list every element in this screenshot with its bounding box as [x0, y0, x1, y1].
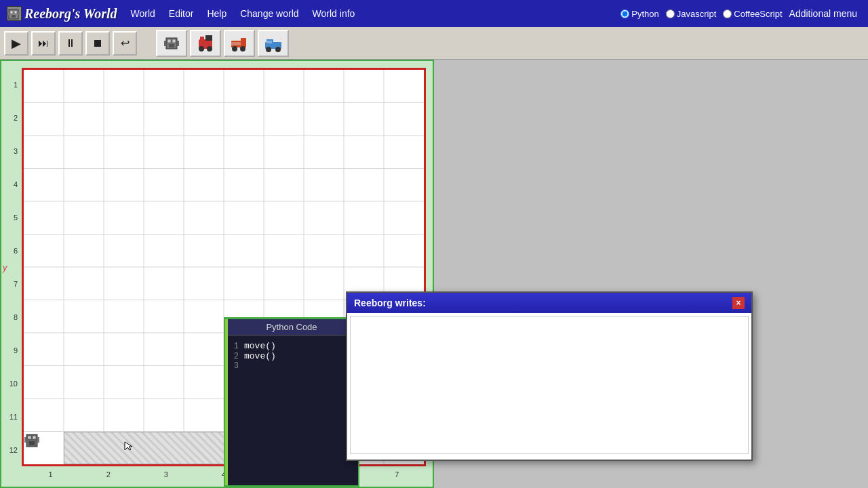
line-code-1: move() — [244, 341, 276, 351]
play-button[interactable]: ▶ — [4, 31, 28, 56]
robot-sprite — [24, 432, 64, 465]
stop-button[interactable]: ⏹ — [85, 31, 110, 56]
svg-rect-51 — [24, 437, 26, 443]
language-group: Python Javascript CoffeeScript — [620, 9, 782, 19]
y-label-10: 10 — [1, 367, 20, 400]
coffeescript-option[interactable]: CoffeeScript — [723, 9, 782, 19]
menubar: Reeborg's World World Editor Help Change… — [0, 0, 868, 27]
x-label-7: 7 — [368, 468, 426, 487]
y-label-3: 3 — [1, 134, 20, 167]
dialog-titlebar: Reeborg writes: × — [347, 293, 751, 313]
robot1-icon — [161, 33, 182, 54]
javascript-option[interactable]: Javascript — [666, 9, 717, 19]
svg-point-19 — [232, 46, 237, 52]
code-line-2: 2 move() — [228, 351, 355, 361]
svg-rect-14 — [205, 35, 212, 41]
line-code-2: move() — [244, 351, 276, 361]
y-label-4: 4 — [1, 167, 20, 201]
svg-rect-11 — [177, 41, 179, 46]
menu-world-info[interactable]: World info — [306, 4, 362, 23]
svg-rect-52 — [37, 437, 39, 443]
svg-rect-48 — [28, 436, 31, 439]
svg-point-20 — [240, 46, 245, 52]
y-label-2: 2 — [1, 101, 20, 134]
dialog-textarea[interactable] — [350, 316, 749, 454]
robot1-button[interactable] — [156, 30, 187, 57]
svg-point-24 — [266, 47, 271, 52]
line-num-1: 1 — [228, 342, 244, 351]
svg-rect-3 — [12, 15, 16, 18]
svg-point-25 — [275, 47, 281, 52]
code-panel: Python Code 1 move() 2 move() 3 — [224, 317, 359, 487]
dialog-content — [347, 313, 751, 457]
stop-icon: ⏹ — [92, 37, 103, 49]
step-icon: ⏭ — [38, 37, 49, 49]
svg-rect-13 — [200, 37, 204, 40]
svg-rect-2 — [14, 11, 17, 14]
menu-help[interactable]: Help — [200, 4, 233, 23]
robot4-icon — [262, 33, 284, 54]
menu-editor[interactable]: Editor — [162, 4, 201, 23]
code-content: 1 move() 2 move() 3 — [225, 336, 358, 376]
python-label: Python — [631, 9, 658, 19]
svg-rect-1 — [10, 11, 13, 14]
line-indicator — [225, 319, 228, 485]
step-button[interactable]: ⏭ — [31, 31, 56, 56]
y-label-5: 5 — [1, 201, 20, 234]
y-label-8: 8 — [1, 300, 20, 333]
x-label-1: 1 — [22, 468, 79, 487]
dialog-title: Reeborg writes: — [354, 298, 426, 308]
robot2-icon — [195, 33, 216, 54]
rewind-button[interactable]: ↩ — [113, 31, 137, 56]
y-label-11: 11 — [1, 400, 20, 433]
robot3-button[interactable] — [224, 30, 255, 57]
code-line-1: 1 move() — [228, 341, 355, 351]
svg-rect-9 — [169, 44, 174, 47]
play-icon: ▶ — [12, 36, 21, 51]
svg-rect-18 — [241, 38, 246, 42]
svg-rect-5 — [18, 12, 20, 16]
rewind-icon: ↩ — [121, 37, 130, 49]
pause-button[interactable]: ⏸ — [58, 31, 83, 56]
javascript-label: Javascript — [677, 9, 717, 19]
app-title: Reeborg's World — [4, 6, 124, 22]
menu-world[interactable]: World — [124, 4, 162, 23]
x-label-2: 2 — [79, 468, 137, 487]
svg-rect-7 — [167, 39, 171, 43]
app-title-text: Reeborg's World — [24, 6, 117, 22]
code-line-3: 3 — [228, 361, 355, 371]
javascript-radio[interactable] — [666, 9, 675, 18]
line-num-2: 2 — [228, 352, 244, 361]
python-radio[interactable] — [620, 9, 629, 18]
python-option[interactable]: Python — [620, 9, 658, 19]
svg-rect-8 — [172, 39, 176, 43]
svg-rect-4 — [7, 12, 9, 16]
svg-rect-49 — [33, 436, 36, 439]
robot4-button[interactable] — [258, 30, 289, 57]
robot3-icon — [229, 33, 250, 54]
app-icon — [7, 6, 22, 21]
coffeescript-radio[interactable] — [723, 9, 732, 18]
menu-change-world[interactable]: Change world — [233, 4, 305, 23]
svg-rect-21 — [231, 42, 241, 45]
pause-icon: ⏸ — [65, 37, 76, 49]
svg-rect-50 — [29, 441, 35, 445]
y-label-9: 9 — [1, 333, 20, 367]
y-axis-label: y — [3, 262, 7, 272]
svg-rect-10 — [164, 41, 166, 46]
svg-point-15 — [199, 46, 204, 52]
y-label-12: 12 — [1, 433, 20, 466]
coffeescript-label: CoffeeScript — [734, 9, 782, 19]
y-axis-labels: y 12 11 10 9 8 7 6 5 4 3 2 1 — [1, 68, 20, 466]
line-num-3: 3 — [228, 361, 244, 371]
svg-point-16 — [207, 46, 212, 52]
toolbar: ▶ ⏭ ⏸ ⏹ ↩ — [0, 27, 868, 60]
y-label-1: 1 — [1, 68, 20, 101]
dialog-close-button[interactable]: × — [732, 297, 745, 309]
reeborg-dialog: Reeborg writes: × — [346, 291, 753, 461]
robot2-button[interactable] — [190, 30, 221, 57]
svg-rect-26 — [267, 41, 272, 43]
code-panel-header: Python Code — [225, 319, 358, 336]
menu-additional[interactable]: Additional menu — [783, 4, 864, 23]
x-label-3: 3 — [137, 468, 195, 487]
